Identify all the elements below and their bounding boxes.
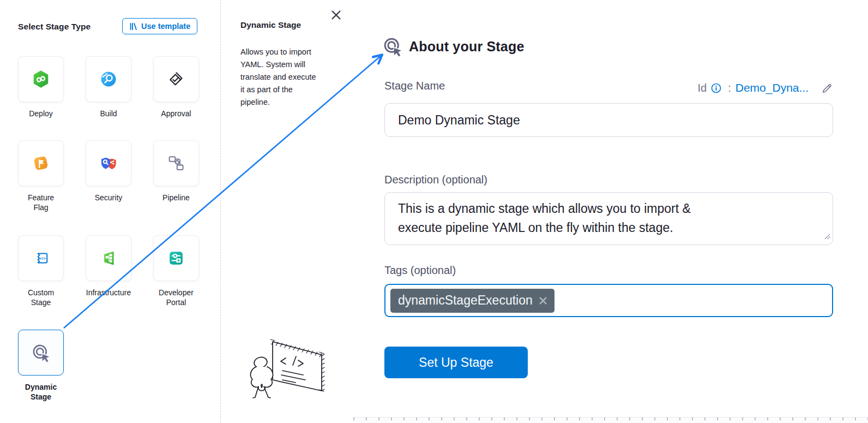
use-template-button[interactable]: Use template	[122, 18, 197, 34]
description-label: Description (optional)	[384, 174, 487, 186]
close-icon[interactable]	[328, 7, 343, 22]
svg-text:</>: </>	[39, 256, 46, 261]
stage-card-custom-stage[interactable]: </>	[18, 235, 64, 281]
pencil-icon[interactable]	[821, 82, 833, 94]
stage-id-row: Id : Demo_Dyna...	[698, 81, 833, 94]
stage-label-security: Security	[75, 193, 142, 203]
id-label: Id	[698, 82, 707, 94]
stage-card-security[interactable]	[86, 140, 131, 186]
build-icon	[99, 69, 118, 89]
person-at-whiteboard-sketch	[246, 334, 347, 410]
infrastructure-icon	[99, 248, 118, 268]
stage-name-label: Stage Name	[384, 80, 445, 92]
stage-id-value[interactable]: Demo_Dyna...	[736, 81, 809, 94]
about-panel-title: About your Stage	[409, 39, 525, 55]
set-up-stage-button[interactable]: Set Up Stage	[384, 347, 528, 378]
stage-card-pipeline[interactable]	[153, 140, 199, 186]
stage-label-developer-portal: Developer Portal	[142, 288, 210, 307]
approval-icon	[166, 69, 186, 89]
dynamic-stage-icon	[382, 36, 403, 57]
stage-card-infrastructure[interactable]	[86, 235, 131, 281]
pipeline-canvas-grid	[353, 417, 868, 423]
stage-label-feature-flag: Feature Flag	[7, 193, 75, 212]
tag-chip-label: dynamicStageExecution	[398, 293, 533, 308]
stage-card-approval[interactable]	[153, 56, 199, 102]
deploy-icon	[31, 69, 51, 89]
stage-label-deploy: Deploy	[7, 109, 75, 119]
security-icon	[99, 153, 118, 173]
stage-label-infrastructure: Infrastructure	[75, 288, 142, 298]
tags-input[interactable]: dynamicStageExecution	[384, 284, 833, 317]
tag-chip: dynamicStageExecution	[390, 289, 554, 313]
feature-flag-icon	[31, 153, 51, 173]
stage-card-deploy[interactable]	[18, 56, 64, 102]
resize-handle-icon[interactable]	[823, 232, 830, 242]
pipeline-icon	[166, 153, 186, 173]
developer-portal-icon	[166, 248, 186, 268]
use-template-label: Use template	[141, 22, 190, 31]
stage-card-developer-portal[interactable]	[153, 235, 199, 281]
template-library-icon	[129, 22, 137, 31]
stage-label-dynamic-stage: Dynamic Stage	[7, 383, 75, 402]
dynamic-stage-icon	[31, 343, 51, 363]
stage-card-build[interactable]	[86, 56, 131, 102]
page-title: Select Stage Type	[18, 22, 91, 32]
custom-stage-icon: </>	[31, 248, 51, 268]
stage-label-approval: Approval	[142, 109, 210, 119]
tags-label: Tags (optional)	[384, 264, 456, 277]
stage-name-input[interactable]	[384, 103, 833, 137]
stage-label-build: Build	[75, 109, 142, 119]
info-icon[interactable]	[711, 83, 721, 93]
panel-divider	[220, 0, 221, 423]
stage-card-feature-flag[interactable]	[18, 140, 64, 186]
remove-tag-icon[interactable]	[539, 297, 547, 305]
info-panel-description: Allows you to import YAML. System will t…	[240, 46, 344, 109]
stage-label-custom-stage: Custom Stage	[7, 288, 75, 307]
stage-card-dynamic-stage[interactable]	[18, 330, 64, 376]
id-separator: :	[728, 82, 731, 94]
stage-label-pipeline: Pipeline	[142, 193, 210, 203]
description-textarea[interactable]: This is a dynamic stage which allows you…	[384, 192, 833, 245]
info-panel-title: Dynamic Stage	[240, 20, 301, 30]
